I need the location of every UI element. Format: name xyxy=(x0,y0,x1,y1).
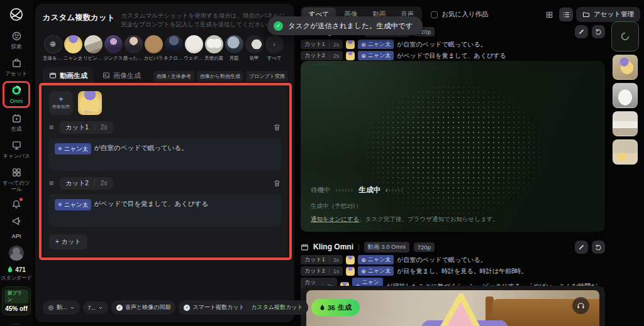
user-avatar[interactable] xyxy=(9,246,24,261)
omni-icon xyxy=(11,85,22,96)
audio-toggle-button[interactable] xyxy=(572,297,589,314)
chevron-down-icon xyxy=(70,305,75,310)
job-cut-row: カット12s ⊕ニャン太 が自室のベッドで眠っている。 xyxy=(301,40,605,49)
subject-avatar xyxy=(185,35,203,53)
subject-avatar xyxy=(245,35,264,53)
composer-description: カスタムマルチショットを使用する場合は、現在のパネルに完全なプロンプトを記入して… xyxy=(121,11,287,30)
app-logo-icon[interactable] xyxy=(8,6,25,23)
sidebar-item-label: キャンバス xyxy=(3,153,30,159)
cut-name-duration[interactable]: カット2 2s xyxy=(60,177,114,190)
sidebar-item-omni[interactable]: Omni xyxy=(1,85,32,104)
task-submitted-toast: ✓ タスクが送信されました。生成中です xyxy=(267,16,423,35)
rail-more-button[interactable]: ... xyxy=(13,319,19,326)
subject-item[interactable]: カピバラ xyxy=(143,35,164,62)
subject-item[interactable]: ジンクス xyxy=(103,35,123,62)
cut-name-duration[interactable]: カット1 2s xyxy=(60,121,114,134)
subject-item[interactable]: リビング... xyxy=(83,35,103,62)
plus-icon: + xyxy=(55,238,59,245)
subject-chip[interactable]: ⊕ニャン太 xyxy=(55,199,91,210)
generating-thumbnail[interactable] xyxy=(611,21,639,52)
subject-item-all[interactable]: ›すべて xyxy=(264,35,284,62)
create-subject-button[interactable]: ⊕ 主体を作成 xyxy=(43,35,63,62)
video-icon xyxy=(49,72,57,79)
subtab-image-to-video[interactable]: 画像から動画生成 xyxy=(197,71,243,82)
subject-item[interactable]: ネクロマ... xyxy=(164,35,184,62)
subject-item[interactable]: 天使の翼 xyxy=(204,35,224,62)
result-thumbnail-bowl[interactable] xyxy=(613,83,638,108)
announcements-icon[interactable] xyxy=(11,216,21,226)
drag-handle-icon[interactable]: ≡ xyxy=(49,123,54,131)
sidebar-item-generate[interactable]: 生成 xyxy=(1,113,32,132)
promo-plan-card[interactable]: 新プラン 45% off xyxy=(2,286,31,315)
subject-item[interactable]: 月面 xyxy=(224,35,244,62)
tab-video-generate[interactable]: 動画生成 xyxy=(43,67,94,85)
sidebar-item-all-tools[interactable]: すべてのツール xyxy=(1,167,32,192)
add-cut-button[interactable]: + カット xyxy=(49,234,87,249)
smart-multicut-mode[interactable]: ✓ スマート複数カット : カスタム複数カット xyxy=(179,300,308,315)
generating-placeholder-card[interactable]: 待機中 ›››››› 生成中 ›››››› 生成中（予想2分） 通知をオンにする… xyxy=(301,61,605,232)
asset-manager-button[interactable]: アセット管理 xyxy=(576,7,640,22)
resolution-select[interactable]: 7... xyxy=(83,302,109,314)
list-view-button[interactable] xyxy=(559,8,573,21)
credits-counter[interactable]: 471 xyxy=(7,266,26,273)
edit-prompt-button[interactable] xyxy=(575,25,588,38)
clapper-icon xyxy=(301,243,309,251)
regenerate-button[interactable] xyxy=(592,241,605,254)
spinner-icon xyxy=(620,31,630,41)
subject-item[interactable]: ニャン太 xyxy=(63,35,83,62)
grid-view-button[interactable] xyxy=(542,8,556,21)
check-icon: ✓ xyxy=(184,305,190,311)
cut-row-header: ≡ カット1 2s xyxy=(49,121,281,134)
sidebar-item-assets[interactable]: アセット xyxy=(1,58,32,77)
subject-avatar xyxy=(104,35,123,53)
subject-item[interactable]: 怒った子供 xyxy=(123,35,143,62)
all-subjects-icon: › xyxy=(265,35,284,53)
subject-avatar xyxy=(346,256,355,264)
edit-prompt-button[interactable] xyxy=(575,241,588,254)
generate-icon xyxy=(11,113,22,124)
drag-handle-icon[interactable]: ≡ xyxy=(49,179,54,187)
api-link[interactable]: API xyxy=(11,233,21,239)
delete-cut-icon[interactable] xyxy=(273,123,281,131)
sidebar-item-canvas[interactable]: キャンバス xyxy=(1,140,32,159)
subject-chip[interactable]: ⊕ニャン太 xyxy=(358,40,394,49)
job-title: Kling Omni xyxy=(313,242,353,251)
job-cut-row: カット22s ⊕ニャン太 がベッドで目を覚まして、あくびする xyxy=(301,51,605,60)
result-thumbnail-living-room[interactable] xyxy=(613,111,638,136)
plus-icon: + xyxy=(58,95,63,103)
generate-button[interactable]: 36 生成 xyxy=(311,299,360,316)
model-select[interactable]: 動... xyxy=(43,300,80,315)
subject-chip[interactable]: ⊕ニャン太 xyxy=(55,143,91,154)
subject-chip[interactable]: ⊕ニャン太 xyxy=(358,266,394,276)
regenerate-button[interactable] xyxy=(592,25,605,38)
sidebar-item-explore[interactable]: 探索 xyxy=(1,31,32,50)
cut-prompt-input[interactable]: ⊕ニャン太が自室のベッドで眠っている。 xyxy=(49,138,281,171)
result-thumbnail-sleeping-cat[interactable] xyxy=(613,55,638,80)
briefcase-icon xyxy=(11,58,22,68)
attached-subject-thumbnail[interactable]: ニャ... xyxy=(78,91,102,115)
enable-notifications-link[interactable]: 通知をオンにする xyxy=(311,215,359,222)
cat-ear-shape xyxy=(437,293,484,326)
subtab-image-subject-ref[interactable]: 画像 / 主体参考 xyxy=(153,71,194,82)
generation-status: 待機中 ›››››› 生成中 ›››››› 生成中（予想2分） 通知をオンにする… xyxy=(311,185,499,224)
plan-tier-label: スタンダード xyxy=(1,274,32,281)
subject-chip-icon: ⊕ xyxy=(58,145,62,153)
grid-tools-icon xyxy=(11,167,22,178)
tab-image-generate[interactable]: 画像生成 xyxy=(96,67,147,85)
add-media-button[interactable]: + 画像/動画 xyxy=(49,91,73,115)
progress-chevrons: ›››››› xyxy=(336,187,354,193)
subject-chip[interactable]: ⊕ニャン太 xyxy=(358,255,394,264)
subject-avatar xyxy=(225,35,243,53)
subject-item[interactable]: 装甲 xyxy=(244,35,264,62)
notifications-bell-icon[interactable] xyxy=(11,199,21,209)
subject-item[interactable]: ウェディ... xyxy=(184,35,204,62)
audio-video-sync-toggle[interactable]: ✓ 音声と映像の同期 xyxy=(111,300,175,315)
subject-chip[interactable]: ⊕ニャン太 xyxy=(358,51,394,60)
result-thumbnail-outdoor-cat[interactable] xyxy=(613,139,638,165)
subject-list: ⊕ 主体を作成 ニャン太 リビング... ジンクス 怒った子供 カピバラ ネクロ… xyxy=(43,35,287,62)
promo-discount: 45% off xyxy=(5,305,28,312)
favorites-checkbox[interactable]: お気に入り作品 xyxy=(431,10,488,19)
subtab-prompt-convert[interactable]: プロンプト変換 xyxy=(246,71,287,82)
delete-cut-icon[interactable] xyxy=(273,179,281,187)
cut-prompt-input[interactable]: ⊕ニャン太がベッドで目を覚まして、あくびする xyxy=(49,194,281,227)
